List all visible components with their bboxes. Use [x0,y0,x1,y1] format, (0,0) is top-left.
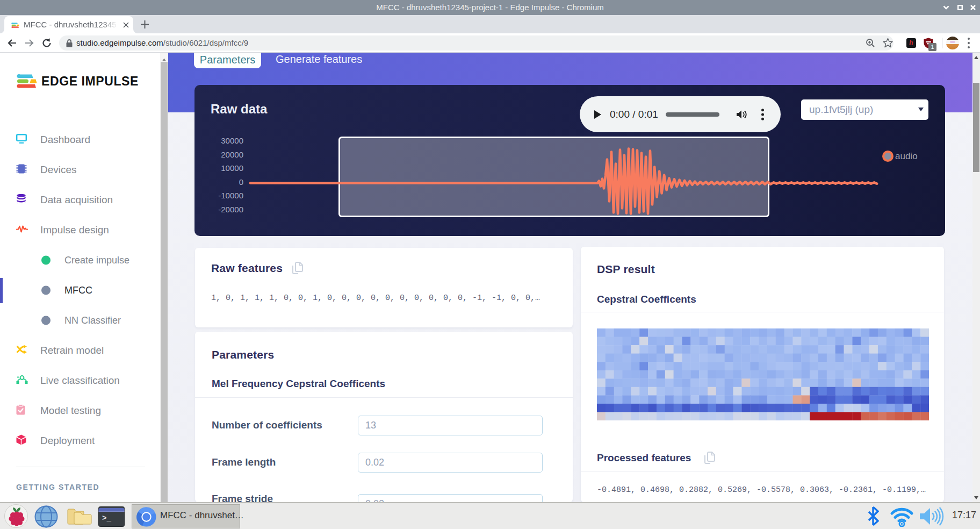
svg-text:>_: >_ [102,514,111,523]
